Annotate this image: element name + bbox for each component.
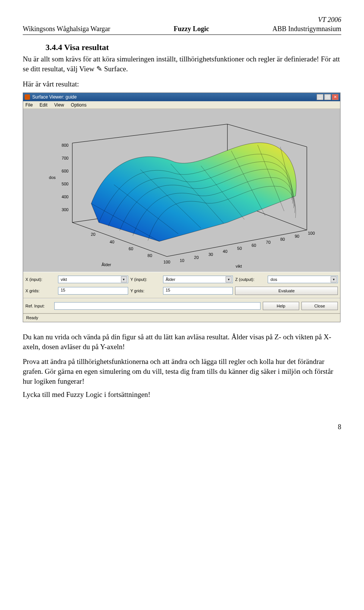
close-window-button[interactable]: ✕ bbox=[332, 94, 339, 100]
x-grids-label: X grids: bbox=[25, 288, 56, 294]
x-tick: 80 bbox=[147, 253, 152, 258]
y-grids-input[interactable]: 15 bbox=[163, 287, 233, 295]
z-tick: 700 bbox=[61, 156, 68, 160]
menu-file[interactable]: File bbox=[25, 102, 33, 108]
y-axis-label: vikt bbox=[235, 264, 242, 269]
x-axis-label: Ålder bbox=[102, 262, 111, 267]
x-input-value: vikt bbox=[61, 277, 67, 282]
y-tick: 60 bbox=[251, 243, 256, 248]
ref-input-field[interactable] bbox=[54, 302, 260, 310]
z-tick: 300 bbox=[61, 207, 68, 212]
minimize-button[interactable]: _ bbox=[317, 94, 323, 100]
paragraph-4: Prova att ändra på tillhörighetsfunktion… bbox=[23, 357, 341, 386]
menu-view[interactable]: View bbox=[54, 102, 64, 108]
z-output-label: Z (output): bbox=[235, 277, 265, 282]
controls-panel-axes: X (input): vikt ▾ Y (input): Ålder ▾ Z (… bbox=[23, 272, 340, 298]
menu-edit[interactable]: Edit bbox=[39, 102, 47, 108]
surface-plot-svg: 300 400 500 600 700 800 dos 20 40 60 80 … bbox=[23, 109, 340, 272]
window-titlebar[interactable]: Surface Viewer: guide _ □ ✕ bbox=[23, 93, 340, 101]
z-tick: 600 bbox=[61, 169, 68, 173]
paragraph-3: Du kan nu vrida och vända på din figur s… bbox=[23, 332, 341, 351]
z-tick: 400 bbox=[61, 194, 68, 199]
close-button[interactable]: Close bbox=[301, 302, 338, 310]
status-text: Ready bbox=[26, 315, 38, 321]
x-tick: 40 bbox=[110, 240, 114, 244]
paragraph-2: Här är vårt resultat: bbox=[23, 79, 341, 89]
paragraph-5: Lycka till med Fuzzy Logic i fortsättnin… bbox=[23, 390, 341, 400]
z-output-select[interactable]: dos ▾ bbox=[268, 276, 338, 283]
page-header: VT 2006 Wikingsons Wåghalsiga Wargar Fuz… bbox=[23, 15, 341, 35]
z-axis-label: dos bbox=[49, 175, 56, 180]
section-title: 3.4.4 Visa resultat bbox=[46, 42, 341, 53]
header-left: Wikingsons Wåghalsiga Wargar bbox=[23, 24, 110, 33]
x-grids-input[interactable]: 15 bbox=[58, 287, 128, 295]
header-divider bbox=[23, 34, 341, 35]
z-tick: 500 bbox=[61, 182, 68, 186]
y-tick: 50 bbox=[237, 246, 242, 251]
header-right-top: VT 2006 bbox=[23, 15, 341, 24]
ref-input-label: Ref. Input: bbox=[25, 303, 52, 309]
y-tick: 20 bbox=[194, 255, 199, 260]
x-tick: 20 bbox=[91, 232, 95, 237]
controls-panel-refinput: Ref. Input: Help Close bbox=[23, 298, 340, 314]
y-tick: 100 bbox=[308, 231, 315, 235]
z-tick: 800 bbox=[61, 143, 68, 147]
chevron-down-icon: ▾ bbox=[121, 276, 127, 282]
header-center: Fuzzy Logic bbox=[110, 24, 273, 33]
y-tick: 80 bbox=[280, 237, 285, 241]
window-title: Surface Viewer: guide bbox=[32, 94, 317, 100]
y-tick: 10 bbox=[180, 258, 184, 263]
menu-options[interactable]: Options bbox=[71, 102, 86, 108]
help-button[interactable]: Help bbox=[263, 302, 299, 310]
y-input-value: Ålder bbox=[166, 277, 176, 282]
y-tick: 40 bbox=[223, 249, 228, 254]
x-input-select[interactable]: vikt ▾ bbox=[58, 276, 128, 283]
app-icon bbox=[25, 94, 30, 100]
y-input-select[interactable]: Ålder ▾ bbox=[163, 276, 233, 283]
header-right: ABB Industrigymnasium bbox=[272, 24, 341, 33]
y-tick: 90 bbox=[295, 234, 299, 238]
paragraph-1: Nu är allt som krävs för att köra simule… bbox=[23, 54, 341, 74]
y-tick: 70 bbox=[266, 240, 270, 245]
surface-viewer-window: Surface Viewer: guide _ □ ✕ File Edit Vi… bbox=[23, 93, 340, 322]
y-tick: 30 bbox=[209, 252, 213, 257]
page-number: 8 bbox=[23, 422, 341, 431]
menubar: File Edit View Options bbox=[23, 101, 340, 109]
chevron-down-icon: ▾ bbox=[226, 276, 232, 282]
y-grids-label: Y grids: bbox=[130, 288, 161, 294]
maximize-button[interactable]: □ bbox=[324, 94, 331, 100]
y-input-label: Y (input): bbox=[130, 277, 161, 282]
x-tick: 100 bbox=[163, 260, 170, 264]
evaluate-button[interactable]: Evaluate bbox=[235, 287, 338, 295]
z-output-value: dos bbox=[270, 277, 277, 282]
x-input-label: X (input): bbox=[25, 277, 56, 282]
status-bar: Ready bbox=[23, 314, 340, 322]
plot-area[interactable]: 300 400 500 600 700 800 dos 20 40 60 80 … bbox=[23, 109, 340, 272]
chevron-down-icon: ▾ bbox=[331, 276, 337, 282]
x-tick: 60 bbox=[129, 246, 133, 251]
surface-mesh bbox=[91, 143, 297, 241]
